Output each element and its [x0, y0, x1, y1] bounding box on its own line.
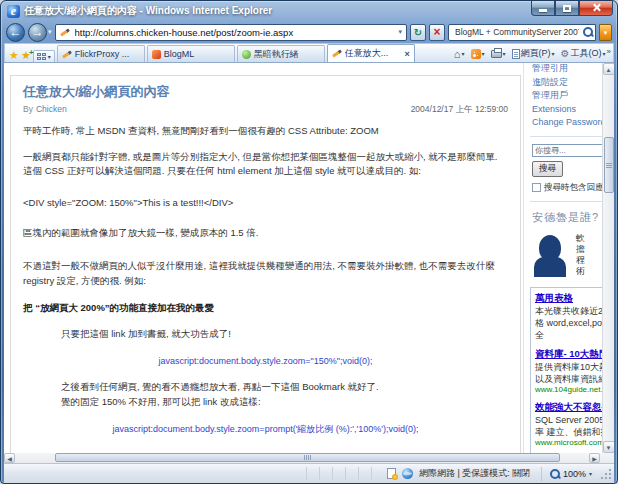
feeds-dropdown-icon[interactable]: ▾: [482, 50, 485, 57]
tools-menu-button[interactable]: 工具(O): [571, 47, 602, 60]
paragraph: 不過這對一般不做網頁的人似乎沒什麼用途, 這裡我就提供幾種變通的用法, 不需要裝…: [23, 259, 508, 288]
tab-label: BlogML: [164, 49, 230, 59]
close-button[interactable]: [579, 1, 613, 16]
horizontal-scroll-track[interactable]: [15, 453, 589, 463]
web-page: 任意放大/縮小網頁的內容 By Chicken 2004/12/17 上午 12…: [4, 63, 602, 453]
status-right: 100% ▾: [541, 467, 612, 481]
home-button[interactable]: ⌂: [454, 48, 461, 60]
horizontal-scrollbar[interactable]: ◀ ▶: [4, 453, 614, 463]
scroll-left-button[interactable]: ◀: [4, 453, 15, 463]
article-box: 任意放大/縮小網頁的內容 By Chicken 2004/12/17 上午 12…: [10, 75, 521, 453]
sidebar-link-manage-trackbacks[interactable]: 管理引用: [532, 63, 602, 76]
blog-search-input[interactable]: [532, 144, 602, 157]
ie-logo-icon: e: [7, 5, 20, 18]
status-bar: 網際網路 | 受保護模式: 關閉 100% ▾: [4, 463, 614, 483]
security-zone-text: 網際網路 | 受保護模式: 關閉: [419, 467, 530, 480]
ad-title-link[interactable]: 資料庫- 10大熱門: [535, 348, 602, 361]
feeds-button[interactable]: [471, 49, 481, 59]
home-dropdown-icon[interactable]: ▾: [462, 50, 465, 57]
quick-tabs-button[interactable]: ▾: [33, 50, 55, 62]
refresh-icon: ↻: [414, 27, 422, 38]
ad-title-link[interactable]: 萬用表格: [535, 292, 602, 305]
resize-grip[interactable]: [600, 468, 612, 480]
horizontal-scroll-thumb[interactable]: [55, 453, 560, 462]
title-bar: e 任意放大/縮小網頁的內容 - Windows Internet Explor…: [1, 1, 617, 21]
tools-dropdown-icon[interactable]: ▾: [603, 50, 606, 57]
tab-flickrproxy[interactable]: FlickrProxy ...: [57, 45, 145, 62]
sidebar-link-change-password[interactable]: Change Password: [532, 116, 602, 130]
favorites-center-button[interactable]: ★: [9, 48, 19, 62]
add-favorite-button[interactable]: ★: [21, 48, 31, 62]
vertical-scrollbar[interactable]: ▲ ▼: [602, 63, 614, 453]
page-security-report-icon[interactable]: [387, 468, 396, 479]
ad-url: www.104guide.net.tw: [535, 385, 602, 394]
tab-zoom-article-active[interactable]: 任意放大... ×: [327, 44, 415, 62]
tab-darkthread[interactable]: 黑暗執行緒: [237, 45, 325, 62]
maximize-icon: [563, 5, 571, 12]
search-input[interactable]: [453, 26, 581, 38]
author-link[interactable]: Chicken: [36, 104, 67, 116]
page-pencil-icon: [60, 28, 70, 36]
scroll-up-button[interactable]: ▲: [603, 63, 615, 75]
refresh-button[interactable]: ↻: [410, 24, 426, 41]
address-dropdown-icon[interactable]: ▾: [396, 28, 404, 36]
ads-section: 萬用表格 本光碟共收錄近20 格 word,excel,pow 全 資料庫- 1…: [530, 287, 602, 454]
search-field-container: [448, 24, 596, 41]
page-dropdown-icon[interactable]: ▾: [552, 50, 555, 57]
page-menu-button[interactable]: 網頁(P): [521, 47, 551, 60]
section-heading: 把 “放網頁大 200%”的功能直接加在我的最愛: [23, 302, 508, 315]
sidebar-link-advanced-settings[interactable]: 進階設定: [532, 76, 602, 90]
zoom-icon: [550, 469, 560, 479]
paragraph: 一般網頁都只能針對字體, 或是圖片等分別指定大小, 但是當你想把某個區塊整個一起…: [23, 150, 508, 179]
browser-window: e 任意放大/縮小網頁的內容 - Windows Internet Explor…: [0, 0, 618, 484]
forward-button[interactable]: →: [28, 23, 47, 42]
vertical-scroll-thumb[interactable]: [604, 137, 614, 193]
page-icon: [512, 49, 520, 59]
sidebar-link-manage-users[interactable]: 管理用戶: [532, 89, 602, 103]
ad-url: www.microsoft.com/taiw: [535, 438, 602, 447]
tab-pencil-icon: [332, 49, 342, 57]
vertical-scroll-track[interactable]: [603, 75, 615, 441]
article-title: 任意放大/縮小網頁的內容: [23, 83, 508, 101]
tab-label: 黑暗執行緒: [254, 48, 320, 61]
back-button[interactable]: ←: [6, 23, 25, 42]
zoom-dropdown-icon[interactable]: ▾: [589, 470, 592, 477]
tab-blogml[interactable]: BlogML: [147, 45, 235, 62]
minimize-button[interactable]: [531, 1, 555, 16]
ad-title-link[interactable]: 效能強大不容忽視: [535, 401, 602, 414]
window-title: 任意放大/縮小網頁的內容 - Windows Internet Explorer: [24, 4, 527, 18]
zoom-control[interactable]: 100% ▾: [546, 469, 596, 479]
include-comments-label: 搜尋時包含回應: [544, 182, 602, 194]
thumb-grip-icon: [606, 163, 612, 168]
article-column: 任意放大/縮小網頁的內容 By Chicken 2004/12/17 上午 12…: [4, 63, 523, 453]
page-viewport: 任意放大/縮小網頁的內容 By Chicken 2004/12/17 上午 12…: [4, 62, 614, 453]
bookmarklet-link-150[interactable]: javascript:document.body.style.zoom="150…: [23, 356, 508, 366]
internet-zone-globe-icon: [402, 468, 413, 479]
tab-label: 任意放大...: [345, 47, 402, 60]
paragraph: 只要把這個 link 加到書籤, 就大功告成了!: [61, 327, 508, 342]
window-controls: [531, 1, 613, 16]
blog-search-button[interactable]: 搜尋: [532, 161, 563, 177]
more-toolbar-chevron-icon[interactable]: »: [607, 47, 611, 56]
sidebar-link-extensions[interactable]: Extensions: [532, 103, 602, 117]
about-bio-clipped: 軟 擔 程 術: [576, 233, 585, 277]
close-tab-icon[interactable]: ×: [405, 49, 410, 59]
tools-gear-icon: ⚙: [561, 48, 570, 59]
about-author-title: 安德魯是誰?: [532, 210, 602, 225]
address-bar: ← → ▾ ▾ ↻ × ▾: [1, 21, 617, 43]
print-button[interactable]: [491, 50, 502, 58]
maximize-button[interactable]: [555, 1, 579, 16]
url-input[interactable]: [73, 26, 394, 39]
scroll-down-button[interactable]: ▼: [603, 441, 615, 453]
include-comments-checkbox[interactable]: [532, 183, 541, 192]
paragraph: 區塊內的範圍就會像加了放大鏡一樣, 變成原本的 1.5 倍.: [23, 226, 508, 241]
scroll-right-button[interactable]: ▶: [589, 453, 600, 463]
author-avatar: [532, 233, 568, 277]
bookmarklet-link-prompt[interactable]: javascript:document.body.style.zoom=prom…: [23, 423, 508, 436]
stop-button[interactable]: ×: [429, 24, 445, 41]
recent-pages-dropdown[interactable]: ▾: [48, 28, 52, 36]
search-options-button[interactable]: ▾: [599, 24, 612, 41]
print-dropdown-icon[interactable]: ▾: [503, 50, 506, 57]
search-icon[interactable]: [583, 27, 593, 37]
tab-label: FlickrProxy ...: [75, 49, 140, 59]
